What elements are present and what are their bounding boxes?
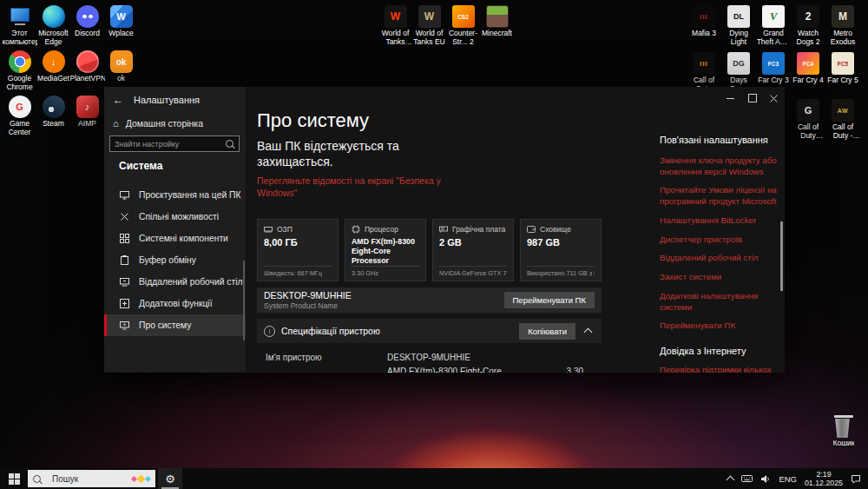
gpu-icon <box>439 225 448 234</box>
desktop-icon-label: ok <box>117 75 125 83</box>
desktop-icon-wot-blitz[interactable]: W World of Tanks Blitz <box>378 5 412 50</box>
desktop-icon-cod-ghosts[interactable]: G Call of Duty Ghosts <box>792 99 825 146</box>
desktop-icon-gta-v[interactable]: V Grand Theft Auto V <box>757 5 791 52</box>
desktop-icon-discord[interactable]: Discord <box>70 5 104 50</box>
sidebar-item-system-components[interactable]: Системні компоненти <box>104 228 246 249</box>
wot-eu-icon: W <box>418 5 441 28</box>
desktop-icon-label: Microsoft Edge <box>36 30 70 47</box>
desktop-icon-planetvpn[interactable]: PlanetVPN <box>70 50 104 96</box>
desktop-icon-label: Far Cry 5 <box>827 76 858 85</box>
related-link-remote-desktop[interactable]: Віддалений робочий стіл <box>660 253 783 264</box>
maximize-button[interactable] <box>741 87 763 109</box>
rename-pc-button[interactable]: Перейменувати ПК <box>504 292 595 308</box>
related-link-product-key[interactable]: Змінення ключа продукту або оновлення ве… <box>660 155 783 177</box>
far-cry-5-icon: FC5 <box>832 52 854 75</box>
desktop-icon-far-cry-5[interactable]: FC5 Far Cry 5 <box>826 52 860 99</box>
minimize-button[interactable] <box>720 87 741 109</box>
clock-date: 01.12.2025 <box>805 479 843 487</box>
sidebar-item-label: Віддалений робочий стіл <box>139 277 242 287</box>
action-center-icon[interactable] <box>851 474 861 484</box>
related-link-bitlocker[interactable]: Налаштування BitLocker <box>660 215 783 227</box>
desktop-icon-aimp[interactable]: ♪ AIMP <box>70 96 104 141</box>
desktop-icon-cod-aw[interactable]: AW Call of Duty - Advanced... <box>826 99 860 146</box>
sidebar-item-clipboard[interactable]: Буфер обміну <box>104 249 246 271</box>
desktop-icon-cs2[interactable]: CS2 Counter-Str... 2 <box>446 5 480 50</box>
sidebar-item-optional-features[interactable]: Додаткові функції <box>104 293 246 314</box>
desktop-icon-metro-exodus[interactable]: M Metro Exodus <box>826 5 860 52</box>
dying-light-icon: DL <box>727 5 750 28</box>
security-link[interactable]: Перегляньте відомості на екрані "Безпека… <box>257 175 470 199</box>
window-scrollbar[interactable] <box>780 221 783 291</box>
days-gone-icon: DG <box>727 52 750 75</box>
card-label: Процесор <box>365 225 398 234</box>
sidebar-item-projection[interactable]: Проєктування на цей ПК <box>104 184 246 206</box>
desktop-icon-label: Mafia 3 <box>692 30 716 38</box>
card-label: Графічна плата <box>452 225 505 234</box>
device-name-bar: DESKTOP-9MUHHIE System Product Name Пере… <box>257 287 602 313</box>
device-specs-header[interactable]: Специфікації пристрою Копіювати <box>257 319 602 343</box>
sidebar-item-about[interactable]: Про систему <box>104 314 246 336</box>
related-link-advanced-system[interactable]: Додаткові налаштування системи <box>660 291 783 313</box>
taskbar-search[interactable] <box>28 470 155 487</box>
related-link-rename-pc[interactable]: Перейменувати ПК <box>660 320 783 332</box>
back-icon[interactable]: ← <box>113 94 123 106</box>
desktop-icon-label: Game Center <box>3 120 36 137</box>
desktop-icon-edge[interactable]: Microsoft Edge <box>36 5 70 50</box>
desktop-icon-mafia3[interactable]: III Mafia 3 <box>687 5 721 52</box>
sidebar-item-home[interactable]: ⌂ Домашня сторінка <box>113 118 203 129</box>
sidebar-scrollbar[interactable] <box>243 261 245 340</box>
related-link-license-terms[interactable]: Прочитайте Умови ліцензії на програмний … <box>660 185 783 207</box>
web-help-link-languages[interactable]: Перевірка підтримки кількох мов <box>660 365 783 373</box>
sidebar-item-remote-desktop[interactable]: Віддалений робочий стіл <box>104 271 246 293</box>
sidebar-item-label: Проєктування на цей ПК <box>139 190 240 200</box>
settings-search-input[interactable] <box>110 140 226 149</box>
desktop-icon-wot-eu[interactable]: W World of Tanks EU <box>412 5 446 50</box>
desktop-icon-recycle-bin[interactable]: Кошик <box>825 415 863 448</box>
card-label: Сховище <box>540 225 571 234</box>
tray-keyboard-icon[interactable] <box>741 474 753 483</box>
close-button[interactable] <box>763 87 785 109</box>
memory-icon <box>264 225 273 234</box>
planetvpn-icon <box>76 50 99 73</box>
card-label: ОЗП <box>277 225 293 234</box>
taskbar-search-input[interactable] <box>50 473 128 485</box>
sidebar-item-label: Домашня сторінка <box>126 118 203 129</box>
related-link-device-manager[interactable]: Диспетчер пристроїв <box>660 235 783 246</box>
language-indicator[interactable]: ENG <box>779 474 797 484</box>
desktop-icon-label: Google Chrome <box>3 75 36 92</box>
clipboard-icon <box>119 254 130 266</box>
specs-title: Специфікації пристрою <box>281 326 380 336</box>
desktop-icon-minecraft[interactable]: Minecraft <box>480 5 514 50</box>
speaker-icon[interactable] <box>760 474 771 484</box>
sidebar-item-label: Буфер обміну <box>139 255 196 265</box>
desktop-icon-far-cry-4[interactable]: FC4 Far Cry 4 <box>792 52 825 99</box>
desktop-icon-label: Metro Exodus <box>826 30 860 47</box>
sidebar-item-shared-experiences[interactable]: Спільні можливості <box>104 206 246 228</box>
web-help-title: Довідка з Інтернету <box>660 346 783 356</box>
desktop-icon-label: Dying Light <box>722 30 756 47</box>
settings-title: Налаштування <box>134 95 200 105</box>
taskbar-settings-app[interactable]: ⚙ <box>158 468 182 489</box>
chevron-up-icon[interactable] <box>584 327 593 336</box>
monitor-icon <box>119 189 130 201</box>
related-settings: Пов'язані налаштування Змінення ключа пр… <box>660 135 783 373</box>
taskbar-clock[interactable]: 2:19 01.12.2025 <box>805 470 843 488</box>
desktop-icon-label: Minecraft <box>482 30 512 38</box>
card-value: 2 GB <box>439 237 507 248</box>
related-link-system-protection[interactable]: Захист системи <box>660 272 783 283</box>
this-pc-icon <box>9 5 31 28</box>
desktop-icon-chrome[interactable]: Google Chrome <box>3 50 36 96</box>
spec-label: Ім'я пристрою <box>257 353 387 362</box>
start-button[interactable] <box>0 468 28 489</box>
settings-search[interactable] <box>109 135 240 152</box>
desktop-icon-watch-dogs-2[interactable]: 2 Watch Dogs 2 <box>792 5 825 52</box>
copy-button[interactable]: Копіювати <box>519 323 575 340</box>
desktop-icon-label: MediaGet <box>37 75 69 83</box>
desktop-icon-steam[interactable]: Steam <box>36 96 70 141</box>
desktop-icon-mediaget[interactable]: ↓ MediaGet <box>36 50 70 96</box>
desktop-icon-game-center[interactable]: G Game Center <box>3 96 36 141</box>
desktop-icon-this-pc[interactable]: Этот компьютер <box>3 5 36 50</box>
show-hidden-icons-chevron[interactable] <box>727 476 735 485</box>
desktop-icon-wplace[interactable]: W Wplace <box>104 5 138 50</box>
desktop-icon-dying-light[interactable]: DL Dying Light <box>722 5 756 52</box>
